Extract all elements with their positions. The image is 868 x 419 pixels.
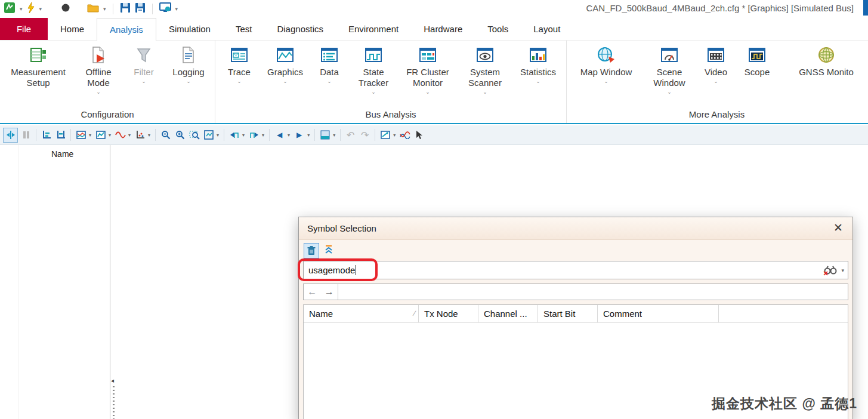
splitter-collapse-icon[interactable]: ◂ [111,378,114,384]
dropdown-caret-icon[interactable]: ⌄ [237,78,242,85]
open-folder-icon[interactable] [87,3,99,15]
collapse-all-icon[interactable] [324,245,333,257]
dropdown-caret-icon[interactable]: ⌄ [283,78,288,85]
dropdown-caret-icon[interactable]: ⌄ [371,89,376,95]
zoom-selection-icon[interactable] [188,129,200,141]
align-left-axis-icon[interactable] [40,129,52,141]
xy-plot-icon[interactable] [134,129,146,141]
ribbon-item-video[interactable]: Video ⌄ [701,44,731,85]
qat-more-caret-icon[interactable]: ▾ [175,6,178,12]
record-icon[interactable] [61,3,70,15]
dropdown-caret-icon[interactable]: ▾ [288,133,290,138]
dropdown-caret-icon[interactable]: ▾ [393,133,396,138]
ribbon-item-data[interactable]: Data ⌄ [315,44,344,85]
save-as-icon[interactable] [135,2,146,16]
start-measurement-icon[interactable] [27,2,35,16]
dropdown-caret-icon[interactable]: ▾ [109,133,111,138]
pointer-mode-icon[interactable] [413,129,425,141]
ribbon-item-gnss-monitor[interactable]: GNSS Monito [793,44,859,85]
ribbon-item-graphics[interactable]: Graphics ⌄ [266,44,304,85]
column-header-channel[interactable]: Channel ... [478,305,538,322]
tab-hardware[interactable]: Hardware [411,18,475,40]
stacked-chart-icon[interactable] [75,129,87,141]
column-header-comment[interactable]: Comment [598,305,719,322]
history-back-icon[interactable]: ← [307,287,317,297]
clear-filter-button[interactable] [304,243,319,258]
ribbon-item-offline-mode[interactable]: Offline Mode ⌄ [79,44,118,95]
compare-signals-icon[interactable] [399,129,411,141]
dropdown-caret-icon[interactable]: ▾ [262,133,264,138]
dropdown-caret-icon[interactable]: ⌄ [96,89,101,95]
ribbon-item-map-window[interactable]: Map Window ⌄ [574,44,638,85]
tab-test[interactable]: Test [223,18,265,40]
symbol-search-input[interactable]: usagemode ✕ ▾ [303,261,848,279]
dropdown-caret-icon[interactable]: ⌄ [536,78,540,85]
navigate-back-icon[interactable]: ◀ [273,129,286,141]
tab-file[interactable]: File [0,18,48,40]
zoom-out-icon[interactable] [159,129,172,141]
legend-panel[interactable]: Name [0,145,110,419]
line-chart-icon[interactable] [94,129,107,141]
tab-environment[interactable]: Environment [336,18,411,40]
curve-red-icon[interactable] [114,129,126,141]
ribbon-item-scope[interactable]: Scope [742,44,773,85]
column-header-tx-node[interactable]: Tx Node [419,305,478,322]
display-mode-icon[interactable] [319,129,331,141]
ribbon-item-state-tracker[interactable]: State Tracker ⌄ [354,44,393,95]
tab-analysis[interactable]: Analysis [97,18,156,41]
tab-diagnostics[interactable]: Diagnostics [264,18,336,40]
dropdown-caret-icon[interactable]: ⌄ [425,89,430,95]
dropdown-caret-icon[interactable]: ⌄ [667,89,672,95]
zoom-in-icon[interactable] [174,129,186,141]
trend-chart-icon[interactable] [379,129,391,141]
navigate-forward-icon[interactable]: ▶ [293,129,305,141]
search-symbols-icon[interactable]: ✕ [824,265,838,276]
dropdown-caret-icon[interactable]: ▾ [242,133,245,138]
ribbon-item-system-scanner[interactable]: System Scanner ⌄ [463,44,507,95]
ribbon-item-fr-cluster-monitor[interactable]: FR Cluster Monitor ⌄ [403,44,452,95]
dropdown-caret-icon[interactable]: ⌄ [186,78,191,85]
compile-icon[interactable] [159,2,171,16]
app-menu-caret-icon[interactable]: ▾ [20,6,23,12]
ribbon-item-statistics[interactable]: Statistics ⌄ [518,44,558,85]
dropdown-caret-icon[interactable]: ⌄ [483,89,487,95]
signal-cursor-icon[interactable] [3,128,18,143]
ribbon-item-scene-window[interactable]: Scene Window ⌄ [648,44,690,95]
panel-splitter[interactable]: ◂ [111,145,118,419]
dropdown-caret-icon[interactable]: ▾ [89,133,91,138]
close-icon[interactable]: ✕ [833,222,843,234]
pause-icon[interactable] [20,129,32,141]
dropdown-caret-icon[interactable]: ⌄ [327,78,332,85]
align-both-axes-icon[interactable] [54,129,67,141]
dialog-titlebar[interactable]: Symbol Selection ✕ [299,217,852,240]
tab-tools[interactable]: Tools [475,18,521,40]
dropdown-caret-icon[interactable]: ▾ [128,133,131,138]
column-header-start-bit[interactable]: Start Bit [538,305,598,322]
history-forward-icon[interactable]: → [325,287,334,297]
step-next-signal-icon[interactable] [248,129,260,141]
app-logo-icon[interactable] [4,2,16,16]
dropdown-caret-icon[interactable]: ⌄ [604,78,608,85]
redo-icon[interactable]: ↷ [359,129,371,141]
save-icon[interactable] [120,2,131,16]
fit-to-window-icon[interactable] [202,129,215,141]
ribbon-item-trace[interactable]: Trace ⌄ [223,44,255,85]
splitter-handle[interactable] [113,386,115,419]
dropdown-caret-icon[interactable]: ▾ [217,133,219,138]
dropdown-caret-icon[interactable]: ▾ [307,133,310,138]
dropdown-caret-icon[interactable]: ▾ [333,133,335,138]
step-previous-signal-icon[interactable] [228,129,240,141]
tab-simulation[interactable]: Simulation [156,18,223,40]
ribbon-item-measurement-setup[interactable]: Measurement Setup [8,44,69,95]
dropdown-caret-icon[interactable]: ⌄ [713,78,718,85]
ribbon-item-logging[interactable]: Logging ⌄ [170,44,207,85]
undo-icon[interactable]: ↶ [344,129,357,141]
start-measurement-caret-icon[interactable]: ▾ [39,6,42,12]
tab-home[interactable]: Home [48,18,97,40]
dropdown-caret-icon[interactable]: ▾ [148,133,150,138]
legend-name-column-header[interactable]: Name [51,149,73,159]
column-header-name[interactable]: Name ∕ [304,305,419,322]
tab-layout[interactable]: Layout [521,18,573,40]
open-folder-caret-icon[interactable]: ▾ [103,6,106,12]
search-dropdown-caret-icon[interactable]: ▾ [841,267,844,273]
